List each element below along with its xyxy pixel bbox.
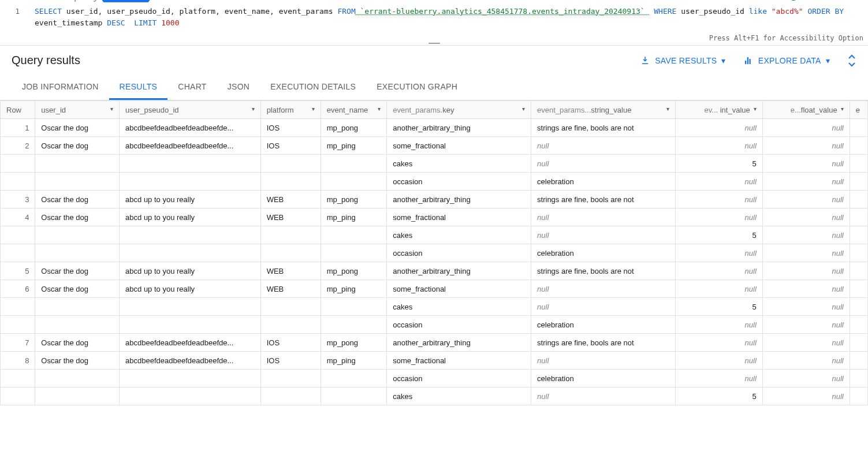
table-cell[interactable]: Oscar the dog bbox=[35, 208, 120, 226]
sort-icon[interactable]: ▾ bbox=[252, 106, 255, 112]
table-cell[interactable]: celebration bbox=[531, 316, 676, 334]
table-cell[interactable]: 5 bbox=[1, 262, 35, 280]
table-cell[interactable] bbox=[35, 387, 120, 405]
table-cell[interactable]: cakes bbox=[387, 298, 531, 316]
table-cell[interactable] bbox=[35, 226, 120, 244]
save-results-button[interactable]: SAVE RESULTS ▾ bbox=[640, 55, 726, 66]
table-cell[interactable]: some_fractional bbox=[387, 352, 531, 370]
expand-collapse-button[interactable] bbox=[847, 54, 856, 67]
table-cell[interactable]: null bbox=[675, 208, 762, 226]
table-cell[interactable]: 5 bbox=[675, 387, 762, 405]
table-cell[interactable]: abcd up to you really bbox=[120, 191, 261, 208]
table-cell[interactable] bbox=[321, 370, 386, 387]
table-cell[interactable]: strings are fine, bools are not bbox=[531, 262, 676, 280]
table-cell[interactable] bbox=[120, 226, 261, 244]
table-cell[interactable]: null bbox=[762, 191, 850, 208]
table-cell[interactable] bbox=[1, 244, 35, 262]
table-cell[interactable]: mp_pong bbox=[321, 119, 386, 137]
table-cell[interactable]: null bbox=[762, 226, 850, 244]
table-cell[interactable]: Oscar the dog bbox=[35, 334, 120, 352]
table-cell[interactable] bbox=[1, 316, 35, 334]
table-cell[interactable]: null bbox=[675, 119, 762, 137]
table-cell[interactable] bbox=[850, 208, 867, 226]
table-cell[interactable] bbox=[260, 387, 321, 405]
table-cell[interactable]: 4 bbox=[1, 208, 35, 226]
tab-execution-graph[interactable]: EXECUTION GRAPH bbox=[366, 75, 468, 100]
table-cell[interactable] bbox=[260, 370, 321, 387]
table-cell[interactable] bbox=[35, 155, 120, 173]
table-cell[interactable] bbox=[120, 370, 261, 387]
table-cell[interactable]: Oscar the dog bbox=[35, 280, 120, 298]
tab-job-information[interactable]: JOB INFORMATION bbox=[12, 75, 109, 100]
table-cell[interactable] bbox=[1, 226, 35, 244]
table-cell[interactable]: null bbox=[675, 137, 762, 155]
table-cell[interactable]: 2 bbox=[1, 137, 35, 155]
table-cell[interactable] bbox=[850, 119, 867, 137]
table-cell[interactable]: 8 bbox=[1, 352, 35, 370]
table-cell[interactable] bbox=[850, 137, 867, 155]
table-cell[interactable] bbox=[321, 298, 386, 316]
table-cell[interactable]: 6 bbox=[1, 280, 35, 298]
table-cell[interactable]: null bbox=[762, 280, 850, 298]
table-cell[interactable]: abcd up to you really bbox=[120, 280, 261, 298]
table-cell[interactable] bbox=[1, 155, 35, 173]
table-cell[interactable]: Oscar the dog bbox=[35, 119, 120, 137]
table-cell[interactable] bbox=[321, 226, 386, 244]
table-cell[interactable] bbox=[850, 352, 867, 370]
table-cell[interactable] bbox=[120, 298, 261, 316]
table-cell[interactable]: null bbox=[762, 244, 850, 262]
col-int-value[interactable]: ev... int_value▾ bbox=[675, 101, 762, 119]
table-cell[interactable]: mp_ping bbox=[321, 137, 386, 155]
table-cell[interactable]: null bbox=[675, 352, 762, 370]
table-cell[interactable]: strings are fine, bools are not bbox=[531, 119, 676, 137]
table-cell[interactable]: null bbox=[675, 191, 762, 208]
table-cell[interactable] bbox=[260, 226, 321, 244]
table-cell[interactable]: Oscar the dog bbox=[35, 352, 120, 370]
table-cell[interactable] bbox=[1, 173, 35, 191]
table-cell[interactable] bbox=[120, 155, 261, 173]
table-cell[interactable]: cakes bbox=[387, 155, 531, 173]
table-cell[interactable]: Oscar the dog bbox=[35, 191, 120, 208]
table-cell[interactable]: null bbox=[762, 119, 850, 137]
table-cell[interactable]: celebration bbox=[531, 370, 676, 387]
table-cell[interactable] bbox=[260, 316, 321, 334]
table-cell[interactable] bbox=[850, 316, 867, 334]
table-cell[interactable]: null bbox=[762, 155, 850, 173]
table-cell[interactable] bbox=[850, 155, 867, 173]
col-extra[interactable]: e bbox=[850, 101, 867, 119]
resize-handle[interactable] bbox=[426, 42, 442, 45]
table-cell[interactable]: WEB bbox=[260, 191, 321, 208]
col-string-value[interactable]: event_params...string_value▾ bbox=[531, 101, 676, 119]
table-cell[interactable] bbox=[120, 244, 261, 262]
table-cell[interactable]: Oscar the dog bbox=[35, 137, 120, 155]
col-event-name[interactable]: event_name▾ bbox=[321, 101, 386, 119]
table-cell[interactable]: null bbox=[762, 298, 850, 316]
results-grid-wrapper[interactable]: Row user_id▾ user_pseudo_id▾ platform▾ e… bbox=[0, 100, 868, 405]
table-cell[interactable]: 5 bbox=[675, 155, 762, 173]
table-cell[interactable]: IOS bbox=[260, 334, 321, 352]
table-cell[interactable] bbox=[321, 244, 386, 262]
table-cell[interactable]: 3 bbox=[1, 191, 35, 208]
table-cell[interactable]: null bbox=[762, 370, 850, 387]
table-cell[interactable] bbox=[1, 370, 35, 387]
table-cell[interactable]: null bbox=[675, 316, 762, 334]
table-cell[interactable]: IOS bbox=[260, 352, 321, 370]
sort-icon[interactable]: ▾ bbox=[754, 106, 757, 112]
table-cell[interactable]: null bbox=[762, 334, 850, 352]
table-cell[interactable]: null bbox=[531, 137, 676, 155]
table-cell[interactable] bbox=[321, 387, 386, 405]
table-cell[interactable]: null bbox=[531, 226, 676, 244]
col-event-params-key[interactable]: event_params.key▾ bbox=[387, 101, 531, 119]
table-cell[interactable]: celebration bbox=[531, 244, 676, 262]
table-cell[interactable] bbox=[260, 173, 321, 191]
table-cell[interactable] bbox=[850, 387, 867, 405]
table-cell[interactable]: celebration bbox=[531, 173, 676, 191]
table-cell[interactable]: null bbox=[762, 137, 850, 155]
table-cell[interactable]: null bbox=[531, 208, 676, 226]
sql-editor[interactable]: 1 SELECT user_id, user_pseudo_id, platfo… bbox=[0, 2, 868, 46]
sort-icon[interactable]: ▾ bbox=[378, 106, 381, 112]
table-cell[interactable] bbox=[850, 334, 867, 352]
sort-icon[interactable]: ▾ bbox=[312, 106, 315, 112]
table-cell[interactable] bbox=[321, 155, 386, 173]
table-cell[interactable]: null bbox=[675, 370, 762, 387]
